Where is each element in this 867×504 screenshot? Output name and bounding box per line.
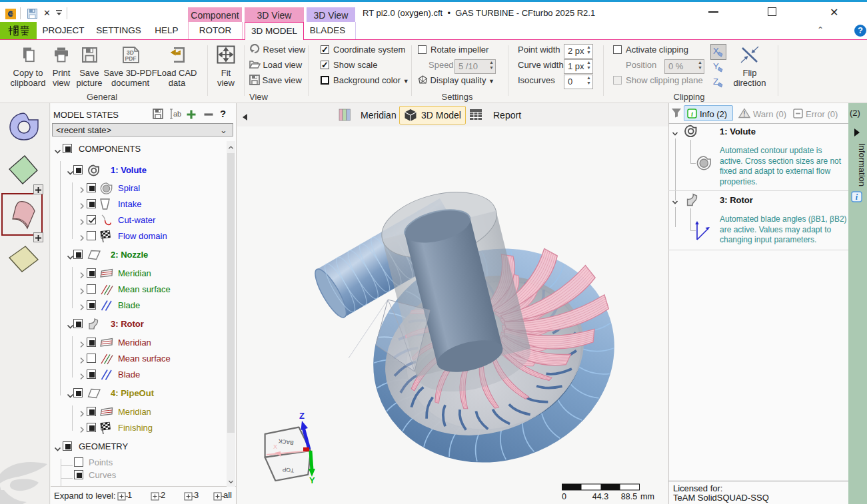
svg-text:i: i: [691, 111, 693, 118]
svg-text:ab: ab: [173, 110, 181, 118]
svg-text:Y: Y: [309, 475, 315, 485]
svg-text:88.5: 88.5: [621, 492, 637, 501]
svg-text:X: X: [273, 443, 277, 450]
svg-text:mm: mm: [640, 492, 654, 501]
svg-text:!: !: [743, 111, 745, 118]
svg-text:Z: Z: [713, 77, 718, 87]
svg-text:44.3: 44.3: [592, 492, 608, 501]
svg-text:TOP: TOP: [282, 466, 294, 474]
svg-text:Z: Z: [299, 411, 305, 421]
svg-text:0: 0: [562, 492, 566, 501]
svg-text:PDF: PDF: [125, 55, 136, 62]
